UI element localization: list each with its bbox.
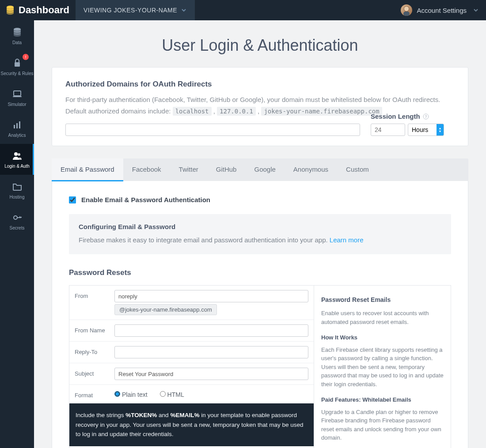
format-html-option[interactable]: HTML — [160, 391, 184, 398]
help-h2: How It Works — [321, 333, 444, 342]
tab-github[interactable]: GitHub — [207, 158, 246, 181]
fromname-label: From Name — [75, 324, 114, 334]
svg-rect-2 — [403, 11, 410, 16]
help-p3: Upgrade to a Candle plan or higher to re… — [321, 408, 444, 442]
code-chip: 127.0.0.1 — [217, 107, 256, 116]
sidebar-item-secrets[interactable]: Secrets — [0, 206, 34, 237]
sidebar-item-simulator[interactable]: Simulator — [0, 82, 34, 113]
lock-icon — [12, 58, 23, 68]
sidebar-item-data[interactable]: Data — [0, 20, 34, 51]
project-switcher[interactable]: VIEWING JOKES-YOUR-NAME — [76, 0, 195, 20]
auth-tabs-panel: Email & Password Facebook Twitter GitHub… — [52, 158, 468, 448]
svg-point-11 — [14, 152, 18, 156]
sidebar-item-label: Login & Auth — [4, 164, 30, 169]
password-reset-form: From @jokes-your-name.firebaseapp.com Fr… — [69, 286, 314, 448]
sidebar-item-hosting[interactable]: Hosting — [0, 175, 34, 206]
enable-emailpw-checkbox[interactable] — [69, 196, 76, 203]
tab-google[interactable]: Google — [245, 158, 284, 181]
database-icon — [12, 27, 23, 38]
fromname-input[interactable] — [114, 324, 308, 337]
sidebar-item-label: Data — [12, 40, 22, 45]
alert-badge: ! — [23, 54, 29, 60]
sidebar-item-label: Hosting — [10, 195, 25, 200]
svg-rect-6 — [14, 91, 21, 96]
code-chip: localhost — [173, 107, 212, 116]
tab-twitter[interactable]: Twitter — [170, 158, 207, 181]
avatar — [401, 4, 412, 16]
from-input[interactable] — [114, 290, 308, 302]
chevron-down-icon — [181, 7, 187, 13]
chevron-down-icon — [473, 7, 479, 13]
sidebar-item-analytics[interactable]: Analytics — [0, 113, 34, 144]
svg-point-13 — [14, 216, 17, 219]
svg-point-12 — [18, 153, 20, 156]
password-resets-heading: Password Resets — [69, 268, 451, 277]
svg-rect-7 — [13, 96, 22, 97]
oauth-card: Authorized Domains for OAuth Redirects F… — [52, 67, 468, 146]
laptop-icon — [12, 89, 23, 99]
format-plain-radio[interactable] — [114, 391, 120, 397]
session-length-label: Session Length ? — [371, 113, 455, 120]
session-unit-select[interactable]: Hours — [408, 124, 444, 136]
users-icon — [12, 151, 23, 161]
page-title: User Login & Authentication — [34, 36, 486, 55]
svg-point-1 — [404, 7, 409, 11]
tab-anonymous[interactable]: Anonymous — [285, 158, 337, 181]
from-domain-chip: @jokes-your-name.firebaseapp.com — [114, 304, 217, 315]
tab-facebook[interactable]: Facebook — [123, 158, 170, 181]
session-length-input[interactable] — [371, 124, 405, 136]
help-h3: Paid Features: Whitelabel Emails — [321, 395, 444, 404]
tab-custom[interactable]: Custom — [337, 158, 378, 181]
from-label: From — [75, 290, 114, 299]
sidebar-item-loginauth[interactable]: Login & Auth — [0, 144, 34, 175]
format-label: Format — [75, 389, 114, 399]
info-box: Configuring Email & Password Firebase ma… — [69, 214, 451, 254]
help-icon[interactable]: ? — [423, 113, 429, 120]
svg-rect-8 — [14, 125, 15, 128]
sidebar: Data ! Security & Rules Simulator Analyt… — [0, 20, 34, 448]
help-heading: Password Reset Emails — [321, 295, 444, 305]
subject-input[interactable] — [114, 368, 308, 380]
tab-content: Enable Email & Password Authentication C… — [52, 181, 468, 448]
format-plain-option[interactable]: Plain text — [114, 391, 148, 398]
replyto-input[interactable] — [114, 346, 308, 358]
project-switcher-label: VIEWING JOKES-YOUR-NAME — [84, 7, 177, 14]
svg-rect-9 — [16, 123, 18, 128]
sidebar-item-security[interactable]: ! Security & Rules — [0, 51, 34, 82]
sidebar-item-label: Simulator — [8, 102, 26, 107]
sidebar-item-label: Analytics — [8, 133, 26, 138]
key-icon — [12, 212, 23, 223]
main-content: User Login & Authentication Authorized D… — [34, 20, 486, 448]
brand[interactable]: Dashboard — [0, 4, 76, 16]
replyto-label: Reply-To — [75, 346, 114, 355]
tab-email-password[interactable]: Email & Password — [52, 158, 123, 181]
enable-emailpw-label: Enable Email & Password Authentication — [81, 196, 210, 203]
svg-rect-10 — [19, 121, 20, 128]
password-reset-panel: From @jokes-your-name.firebaseapp.com Fr… — [69, 285, 451, 448]
code-chip: jokes-your-name.firebaseapp.com — [261, 107, 382, 116]
subject-label: Subject — [75, 368, 114, 377]
domain-input[interactable] — [65, 124, 360, 136]
template-hint: Include the strings %TOKEN% and %EMAIL% … — [69, 403, 314, 446]
bars-icon — [12, 120, 23, 130]
password-reset-help: Password Reset Emails Enable users to re… — [314, 286, 451, 448]
info-text: Firebase makes it easy to integrate emai… — [79, 235, 441, 245]
account-menu[interactable]: Account Settings — [394, 4, 486, 16]
svg-rect-5 — [15, 62, 20, 67]
auth-tabs: Email & Password Facebook Twitter GitHub… — [52, 158, 468, 181]
sidebar-item-label: Secrets — [10, 226, 25, 230]
database-icon — [6, 5, 14, 15]
learn-more-link[interactable]: Learn more — [330, 236, 364, 244]
oauth-heading: Authorized Domains for OAuth Redirects — [65, 80, 455, 89]
format-html-radio[interactable] — [160, 391, 166, 397]
sidebar-item-label: Security & Rules — [1, 71, 34, 76]
account-label: Account Settings — [417, 7, 467, 14]
help-p1: Enable users to recover lost accounts wi… — [321, 309, 444, 326]
brand-text: Dashboard — [19, 4, 69, 16]
folder-icon — [12, 181, 23, 192]
svg-text:?: ? — [425, 114, 427, 119]
help-p2: Each Firebase client library supports re… — [321, 346, 444, 389]
info-heading: Configuring Email & Password — [79, 223, 441, 230]
topbar: Dashboard VIEWING JOKES-YOUR-NAME Accoun… — [0, 0, 486, 20]
